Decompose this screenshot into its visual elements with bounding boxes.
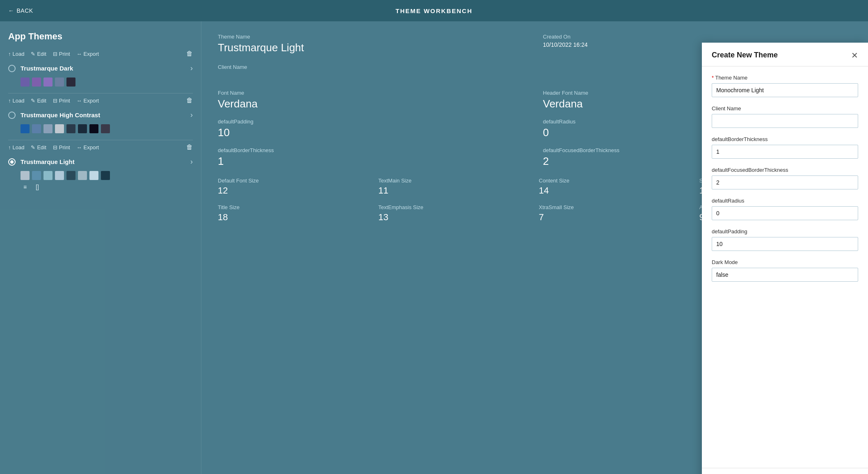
default-padding-value: 10 xyxy=(218,126,527,139)
form-group-defaultBorderThickness: defaultBorderThickness xyxy=(712,136,858,159)
left-panel: App Themes ↑ Load ✎ Edit ⊟ Print ↔ Expo xyxy=(0,21,201,474)
back-button[interactable]: ← BACK xyxy=(8,7,33,14)
edit-icon: ✎ xyxy=(31,144,35,150)
theme-row-dark: Trustmarque Dark › xyxy=(8,61,193,76)
field-label-darkMode: Dark Mode xyxy=(712,259,858,265)
theme-row-light: Trustmarque Light › xyxy=(8,154,193,169)
form-group-clientName: Client Name xyxy=(712,105,858,128)
load-button-light[interactable]: ↑ Load xyxy=(8,144,24,150)
size-value: 7 xyxy=(539,212,691,223)
form-group-defaultPadding: defaultPadding xyxy=(712,228,858,251)
load-button-dark[interactable]: ↑ Load xyxy=(8,51,24,57)
field-input-defaultRadius[interactable] xyxy=(712,206,858,220)
delete-button-dark[interactable]: 🗑 xyxy=(186,50,193,57)
edit-button-dark[interactable]: ✎ Edit xyxy=(31,51,46,57)
export-button-dark[interactable]: ↔ Export xyxy=(77,51,99,57)
size-item-6: XtraSmall Size 7 xyxy=(539,204,691,223)
edit-button-light[interactable]: ✎ Edit xyxy=(31,144,46,150)
size-value: 11 xyxy=(378,185,530,196)
size-value: 13 xyxy=(378,212,530,223)
field-label-themeName: Theme Name xyxy=(712,75,858,81)
back-label: BACK xyxy=(17,7,33,14)
theme-name-light: Trustmarque Light xyxy=(21,158,185,165)
expand-arrow-light[interactable]: › xyxy=(190,157,193,166)
delete-button-light[interactable]: 🗑 xyxy=(186,144,193,151)
size-label: Title Size xyxy=(218,204,370,210)
swatch xyxy=(43,171,53,180)
expand-arrow-dark[interactable]: › xyxy=(190,64,193,73)
theme-name-dark: Trustmarque Dark xyxy=(21,65,185,72)
page-title: THEME WORKBENCH xyxy=(395,7,473,14)
size-label: TextEmphasis Size xyxy=(378,204,530,210)
theme-toolbar-highcontrast: ↑ Load ✎ Edit ⊟ Print ↔ Export 🗑 xyxy=(8,97,193,104)
export-icon: ↔ xyxy=(77,51,82,57)
theme-radio-light[interactable] xyxy=(8,158,16,166)
field-input-themeName[interactable] xyxy=(712,83,858,97)
size-item-1: TextMain Size 11 xyxy=(378,178,530,196)
theme-radio-hc[interactable] xyxy=(8,112,16,119)
delete-button-hc[interactable]: 🗑 xyxy=(186,97,193,104)
default-padding-label: defaultPadding xyxy=(218,118,527,125)
print-button-hc[interactable]: ⊟ Print xyxy=(53,98,70,104)
size-label: XtraSmall Size xyxy=(539,204,691,210)
edit-icon: ✎ xyxy=(31,98,35,104)
font-name-label: Font Name xyxy=(218,90,527,96)
load-icon: ↑ xyxy=(8,51,11,57)
print-button-dark[interactable]: ⊟ Print xyxy=(53,51,70,57)
swatch xyxy=(89,171,98,180)
swatch xyxy=(66,171,75,180)
field-input-defaultFocusedBorderThickness[interactable] xyxy=(712,175,858,189)
swatch xyxy=(66,124,75,133)
edit-button-hc[interactable]: ✎ Edit xyxy=(31,98,46,104)
theme-name-hc: Trustmarque High Contrast xyxy=(21,112,185,118)
theme-icons-light: ≡ [] xyxy=(8,182,193,191)
form-group-defaultFocusedBorderThickness: defaultFocusedBorderThickness xyxy=(712,167,858,189)
size-label: TextMain Size xyxy=(378,178,530,184)
swatch xyxy=(32,124,41,133)
modal-close-button[interactable]: ✕ xyxy=(851,51,858,59)
export-button-light[interactable]: ↔ Export xyxy=(77,144,99,150)
swatch xyxy=(55,171,64,180)
theme-card-light: ↑ Load ✎ Edit ⊟ Print ↔ Export 🗑 xyxy=(8,144,193,191)
content-wrapper: App Themes ↑ Load ✎ Edit ⊟ Print ↔ Expo xyxy=(0,21,868,474)
swatch xyxy=(55,77,64,87)
load-icon: ↑ xyxy=(8,144,11,150)
field-input-defaultBorderThickness[interactable] xyxy=(712,145,858,159)
size-value: 18 xyxy=(218,212,370,223)
export-button-hc[interactable]: ↔ Export xyxy=(77,98,99,104)
form-group-darkMode: Dark Mode xyxy=(712,259,858,282)
swatch xyxy=(55,124,64,133)
size-value: 12 xyxy=(218,185,370,196)
form-group-themeName: Theme Name xyxy=(712,75,858,97)
field-label-defaultPadding: defaultPadding xyxy=(712,228,858,235)
size-label: Content Size xyxy=(539,178,691,184)
back-arrow-icon: ← xyxy=(8,7,14,14)
print-button-light[interactable]: ⊟ Print xyxy=(53,144,70,150)
export-icon: ↔ xyxy=(77,98,82,104)
list-icon: ≡ xyxy=(21,182,30,191)
divider xyxy=(8,140,193,140)
swatch xyxy=(101,124,110,133)
load-button-hc[interactable]: ↑ Load xyxy=(8,98,24,104)
swatch xyxy=(21,124,30,133)
default-border-thickness-value: 1 xyxy=(218,155,527,168)
form-group-defaultRadius: defaultRadius xyxy=(712,198,858,220)
created-on-label: Created On xyxy=(543,34,852,40)
swatch xyxy=(43,124,53,133)
theme-name-value: Trustmarque Light xyxy=(218,41,527,54)
field-input-clientName[interactable] xyxy=(712,114,858,128)
expand-arrow-hc[interactable]: › xyxy=(190,111,193,119)
field-input-darkMode[interactable] xyxy=(712,268,858,282)
theme-radio-dark[interactable] xyxy=(8,65,16,72)
swatch xyxy=(21,171,30,180)
field-label-defaultBorderThickness: defaultBorderThickness xyxy=(712,136,858,142)
swatch xyxy=(32,171,41,180)
field-label-clientName: Client Name xyxy=(712,105,858,112)
default-border-thickness-section: defaultBorderThickness 1 xyxy=(218,147,527,168)
create-theme-modal: Create New Theme ✕ Theme Name Client Nam… xyxy=(702,43,868,474)
size-item-0: Default Font Size 12 xyxy=(218,178,370,196)
field-input-defaultPadding[interactable] xyxy=(712,237,858,251)
theme-toolbar-dark: ↑ Load ✎ Edit ⊟ Print ↔ Export 🗑 xyxy=(8,50,193,57)
theme-card-highcontrast: ↑ Load ✎ Edit ⊟ Print ↔ Export 🗑 xyxy=(8,97,193,133)
swatch xyxy=(66,77,75,87)
